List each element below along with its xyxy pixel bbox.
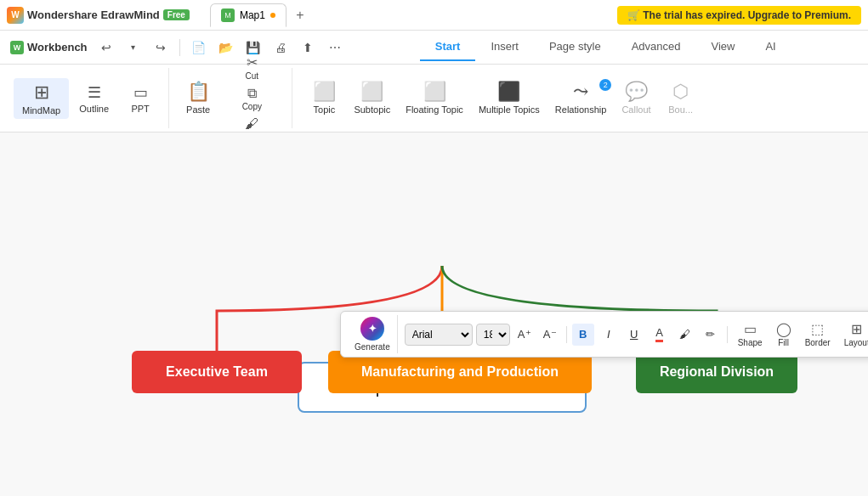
border-button[interactable]: ⬚ Border — [800, 319, 836, 349]
ribbon-ppt[interactable]: ▭ PPT — [119, 80, 162, 117]
multiple-topics-button[interactable]: ⬛ Multiple Topics — [472, 77, 547, 119]
undo-button[interactable]: ↩ — [94, 36, 118, 59]
decrease-font-button[interactable]: A⁻ — [539, 324, 561, 346]
outline-label: Outline — [79, 104, 109, 114]
callout-icon: 💬 — [625, 81, 648, 103]
font-color-button[interactable]: A — [649, 324, 671, 346]
export-button[interactable]: ⬆ — [296, 36, 320, 59]
topic-label: Topic — [314, 104, 336, 116]
title-bar: W Wondershare EdrawMind Free M Map1 + 🛒 … — [0, 0, 868, 31]
trial-banner[interactable]: 🛒 The trial has expired. Upgrade to Prem… — [617, 6, 861, 25]
border-label: Border — [805, 338, 831, 347]
layout-button[interactable]: ⊞ Layout — [839, 319, 868, 349]
subtopic-icon: ⬜ — [360, 81, 383, 103]
executive-team-label: Executive Team — [166, 364, 268, 380]
copy-button[interactable]: ⧉ Copy — [218, 84, 285, 113]
ft-sep-1 — [566, 326, 567, 343]
bold-button[interactable]: B — [572, 324, 594, 346]
callout-button[interactable]: 💬 Callout — [615, 77, 657, 119]
ribbon-outline[interactable]: ☰ Outline — [71, 80, 117, 117]
generate-label: Generate — [355, 342, 390, 352]
cut-icon: ✂ — [247, 54, 258, 70]
paste-label: Paste — [186, 104, 210, 116]
tab-advanced[interactable]: Advanced — [616, 33, 696, 61]
shape-button[interactable]: ▭ Shape — [733, 319, 768, 349]
cut-label: Cut — [246, 71, 259, 81]
topic-icon: ⬜ — [313, 81, 336, 103]
relationship-icon: ⤳ — [573, 81, 588, 103]
new-file-button[interactable]: 📄 — [187, 36, 211, 59]
copy-label: Copy — [242, 102, 262, 111]
highlight-button[interactable]: 🖌 — [674, 324, 696, 346]
ppt-label: PPT — [131, 104, 149, 114]
shape-label: Shape — [738, 338, 763, 347]
ribbon-view-group: ⊞ MindMap ☰ Outline ▭ PPT — [7, 68, 169, 128]
font-select[interactable]: Arial — [405, 324, 473, 346]
boundary-icon: ⬡ — [672, 81, 689, 103]
mindmap-label: MindMap — [22, 105, 60, 116]
italic-button[interactable]: I — [598, 324, 620, 346]
manufacturing-label: Manufacturing and Production — [361, 364, 559, 380]
ribbon-mindmap[interactable]: ⊞ MindMap — [14, 78, 69, 119]
mindmap-icon: ⊞ — [34, 82, 49, 104]
tab-bar: M Map1 + — [210, 3, 310, 27]
fill-button[interactable]: ◯ Fill — [771, 319, 797, 349]
boundary-button[interactable]: ⬡ Bou... — [660, 77, 702, 119]
workbench-bar: W Workbench ↩ ▾ ↪ 📄 📂 💾 🖨 ⬆ ⋯ Start Inse… — [0, 31, 868, 65]
outline-icon: ☰ — [88, 83, 101, 102]
tab-page-style[interactable]: Page style — [534, 33, 616, 61]
regional-division-label: Regional Division — [660, 364, 774, 380]
executive-team-topic[interactable]: Executive Team — [132, 351, 302, 393]
new-tab-button[interactable]: + — [290, 5, 310, 25]
app-logo: W Wondershare EdrawMind Free — [7, 7, 190, 24]
multiple-topics-label: Multiple Topics — [479, 104, 540, 116]
ft-sep-2 — [727, 326, 728, 343]
map1-tab[interactable]: M Map1 — [210, 3, 286, 27]
copy-icon: ⧉ — [247, 86, 257, 101]
redo-button[interactable]: ↪ — [149, 36, 173, 59]
subtopic-label: Subtopic — [354, 104, 390, 116]
map-tab-icon: M — [221, 8, 235, 22]
fill-icon: ◯ — [776, 321, 791, 337]
eraser-button[interactable]: ✏ — [700, 324, 722, 346]
relationship-button[interactable]: ⤳ Relationship 2 — [548, 77, 614, 119]
free-badge: Free — [163, 9, 190, 20]
underline-button[interactable]: U — [623, 324, 645, 346]
generate-icon: ✦ — [360, 317, 384, 341]
more-options-button[interactable]: ⋯ — [323, 36, 347, 59]
tab-insert[interactable]: Insert — [475, 33, 534, 61]
font-color-icon: A — [655, 326, 663, 342]
increase-font-button[interactable]: A⁺ — [513, 324, 536, 346]
ribbon-insert-group: ⬜ Topic ⬜ Subtopic ⬜ Floating Topic ⬛ Mu… — [296, 68, 708, 128]
shape-icon: ▭ — [744, 321, 757, 337]
layout-icon: ⊞ — [851, 321, 862, 337]
font-size-select[interactable]: 18 — [476, 324, 510, 346]
multiple-topics-icon: ⬛ — [497, 81, 520, 103]
paste-icon: 📋 — [187, 81, 210, 103]
generate-button[interactable]: ✦ Generate — [348, 315, 398, 353]
floating-topic-icon: ⬜ — [423, 81, 446, 103]
cut-button[interactable]: ✂ Cut — [218, 53, 285, 82]
undo-dropdown[interactable]: ▾ — [122, 36, 145, 59]
canvas[interactable]: ✦ Generate Arial 18 A⁺ A⁻ B I U A 🖌 ✏ ▭ … — [0, 132, 868, 496]
layout-label: Layout — [844, 338, 868, 347]
tab-unsaved-dot — [270, 13, 275, 18]
border-icon: ⬚ — [811, 321, 824, 337]
workbench-icon: W — [10, 41, 24, 54]
tab-view[interactable]: View — [695, 33, 750, 61]
ribbon-clipboard-group: 📋 Paste ✂ Cut ⧉ Copy 🖌 Format Painter — [173, 68, 292, 128]
callout-label: Callout — [621, 104, 650, 116]
workbench-label: W Workbench — [10, 41, 88, 54]
subtopic-button[interactable]: ⬜ Subtopic — [347, 77, 397, 119]
boundary-label: Bou... — [668, 104, 693, 116]
tab-start[interactable]: Start — [420, 33, 476, 61]
ribbon: ⊞ MindMap ☰ Outline ▭ PPT 📋 Paste ✂ Cut … — [0, 65, 868, 132]
format-painter-icon: 🖌 — [245, 116, 258, 132]
ppt-icon: ▭ — [133, 83, 148, 102]
floating-topic-button[interactable]: ⬜ Floating Topic — [399, 77, 470, 119]
paste-button[interactable]: 📋 Paste — [179, 77, 217, 119]
topic-button[interactable]: ⬜ Topic — [303, 77, 345, 119]
toolbar-sep-1 — [179, 39, 180, 56]
tab-ai[interactable]: AI — [750, 33, 791, 61]
map1-tab-label: Map1 — [240, 9, 265, 21]
